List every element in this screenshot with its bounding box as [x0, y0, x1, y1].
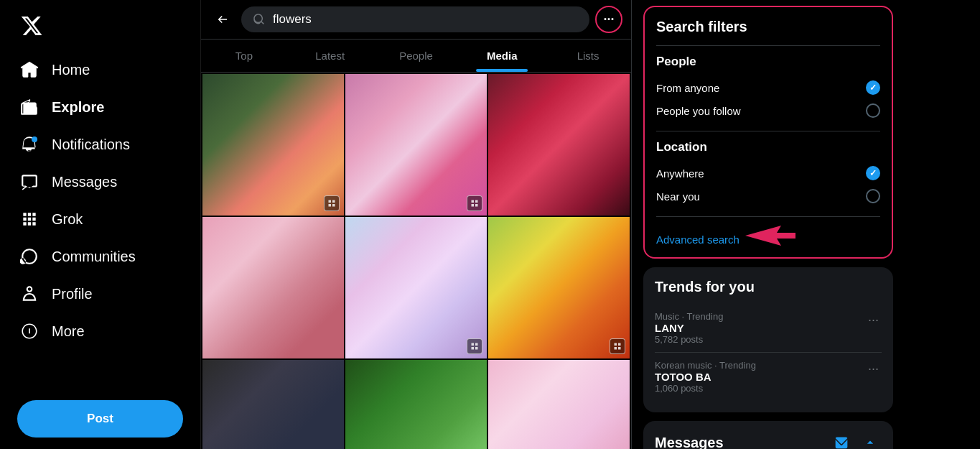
- notifications-icon: [20, 135, 39, 154]
- media-cell-2[interactable]: [345, 74, 487, 216]
- more-icon: [20, 322, 39, 341]
- media-overlay-5: [467, 338, 482, 354]
- notification-badge: [32, 136, 37, 142]
- media-cell-3[interactable]: [488, 74, 630, 216]
- communities-icon: [20, 247, 39, 266]
- sidebar-item-communities[interactable]: Communities: [9, 239, 192, 274]
- profile-icon: [20, 284, 39, 303]
- media-cell-6[interactable]: [488, 217, 630, 358]
- sidebar-item-label-more: More: [52, 323, 85, 340]
- tab-lists[interactable]: Lists: [545, 40, 631, 72]
- messages-bar: Messages: [643, 421, 893, 449]
- trend-count-totoo-ba: 1,060 posts: [655, 383, 756, 394]
- media-overlay-2: [467, 195, 482, 211]
- radio-from-anyone[interactable]: [866, 80, 880, 95]
- messages-icon: [20, 172, 39, 191]
- filter-anywhere[interactable]: Anywhere: [656, 162, 880, 185]
- filter-from-anyone[interactable]: From anyone: [656, 76, 880, 99]
- messages-bar-title: Messages: [655, 435, 724, 450]
- sidebar-item-more[interactable]: More: [9, 313, 192, 349]
- tab-people[interactable]: People: [373, 40, 459, 72]
- svg-marker-0: [745, 226, 795, 246]
- main-content: ··· Top Latest People Media Lists: [201, 0, 632, 449]
- x-logo-icon: [20, 14, 43, 37]
- back-arrow-icon: [216, 13, 229, 26]
- trend-name-totoo-ba: TOTOO BA: [655, 371, 756, 383]
- sidebar-item-label-home: Home: [52, 62, 90, 78]
- right-panel: Search filters People From anyone People…: [632, 0, 905, 449]
- sidebar-item-grok[interactable]: Grok: [9, 201, 192, 237]
- trend-more-lany[interactable]: ···: [865, 311, 882, 329]
- radio-people-you-follow[interactable]: [866, 103, 880, 118]
- compose-icon: [834, 435, 849, 449]
- media-cell-9[interactable]: [488, 360, 630, 449]
- sidebar-item-label-grok: Grok: [52, 211, 83, 228]
- main-nav: Home Explore Notifications Messages: [9, 52, 192, 389]
- trend-category-lany: Music · Trending: [655, 311, 723, 322]
- media-cell-1[interactable]: [202, 74, 344, 216]
- x-logo[interactable]: [9, 6, 192, 49]
- red-arrow-annotation: [745, 226, 795, 246]
- trend-name-lany: LANY: [655, 322, 723, 334]
- search-filters-title: Search filters: [656, 19, 880, 35]
- messages-icons: [830, 431, 882, 449]
- sidebar-item-explore[interactable]: Explore: [9, 89, 192, 125]
- compose-message-button[interactable]: [830, 431, 853, 449]
- sidebar: Home Explore Notifications Messages: [0, 0, 201, 449]
- sidebar-item-label-communities: Communities: [52, 249, 136, 265]
- location-section-label: Location: [656, 140, 880, 154]
- media-cell-5[interactable]: [345, 217, 487, 358]
- more-options-button[interactable]: ···: [595, 6, 622, 33]
- explore-icon: [20, 98, 39, 116]
- advanced-search-row: Advanced search: [656, 226, 880, 246]
- sidebar-item-home[interactable]: Home: [9, 52, 192, 88]
- radio-anywhere[interactable]: [866, 166, 880, 180]
- trend-count-lany: 5,782 posts: [655, 334, 723, 345]
- sidebar-item-notifications[interactable]: Notifications: [9, 126, 192, 162]
- search-tabs: Top Latest People Media Lists: [201, 40, 631, 73]
- filter-people-you-follow[interactable]: People you follow: [656, 99, 880, 122]
- back-button[interactable]: [210, 6, 235, 32]
- more-dots-label: ···: [603, 12, 614, 27]
- sidebar-item-label-profile: Profile: [52, 286, 93, 302]
- media-overlay-1: [324, 195, 340, 211]
- sidebar-item-label-explore: Explore: [52, 99, 104, 116]
- collapse-messages-button[interactable]: [859, 431, 882, 449]
- media-overlay-6: [610, 338, 625, 354]
- collapse-icon: [863, 435, 877, 449]
- tab-latest[interactable]: Latest: [287, 40, 373, 72]
- grok-icon: [20, 210, 39, 228]
- radio-near-you[interactable]: [866, 189, 880, 203]
- search-filters-box: Search filters People From anyone People…: [643, 6, 893, 259]
- search-bar: ···: [201, 0, 631, 40]
- sidebar-item-label-messages: Messages: [52, 174, 117, 190]
- sidebar-item-label-notifications: Notifications: [52, 136, 130, 153]
- sidebar-item-messages[interactable]: Messages: [9, 164, 192, 200]
- search-input[interactable]: [273, 12, 578, 27]
- media-cell-4[interactable]: [202, 217, 344, 358]
- home-icon: [20, 60, 39, 79]
- post-button[interactable]: Post: [17, 400, 183, 438]
- filter-near-you[interactable]: Near you: [656, 185, 880, 208]
- trend-category-totoo-ba: Korean music · Trending: [655, 360, 756, 371]
- sidebar-item-profile[interactable]: Profile: [9, 276, 192, 312]
- trend-item-lany[interactable]: Music · Trending LANY 5,782 posts ···: [655, 304, 882, 353]
- people-section-label: People: [656, 55, 880, 69]
- media-cell-8[interactable]: [345, 360, 487, 449]
- media-grid: 자@@o.o · 27 phút OME BACK KINGS 자_아왔듭세_고…: [201, 73, 631, 449]
- trends-title: Trends for you: [655, 279, 882, 295]
- media-cell-7[interactable]: 자@@o.o · 27 phút OME BACK KINGS 자_아왔듭세_고…: [202, 360, 344, 449]
- advanced-search-link[interactable]: Advanced search: [656, 233, 739, 246]
- trend-more-totoo-ba[interactable]: ···: [865, 360, 882, 378]
- tab-media[interactable]: Media: [459, 40, 545, 72]
- search-input-wrap[interactable]: [241, 6, 589, 32]
- search-icon: [253, 13, 266, 26]
- tab-top[interactable]: Top: [201, 40, 287, 72]
- trends-box: Trends for you Music · Trending LANY 5,7…: [643, 267, 893, 412]
- trend-item-totoo-ba[interactable]: Korean music · Trending TOTOO BA 1,060 p…: [655, 353, 882, 401]
